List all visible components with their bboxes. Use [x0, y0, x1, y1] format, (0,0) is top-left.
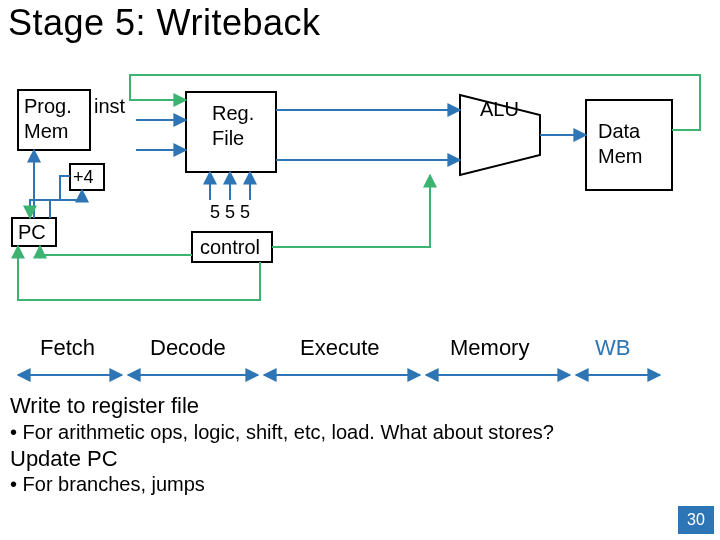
page-number: 30	[678, 506, 714, 534]
stage-memory: Memory	[450, 335, 529, 361]
prog-mem-label-2: Mem	[24, 120, 68, 142]
bullet-arith: • For arithmetic ops, logic, shift, etc,…	[10, 420, 710, 445]
reg-file-label-2: File	[212, 127, 244, 149]
inst-label: inst	[94, 95, 126, 117]
pc-label: PC	[18, 221, 46, 243]
reg-file-label-1: Reg.	[212, 102, 254, 124]
stage-execute: Execute	[300, 335, 380, 361]
heading-write-regfile: Write to register file	[10, 392, 710, 420]
stage-decode: Decode	[150, 335, 226, 361]
stage-wb: WB	[595, 335, 630, 361]
prog-mem-label-1: Prog.	[24, 95, 72, 117]
data-mem-label-1: Data	[598, 120, 641, 142]
data-mem-label-2: Mem	[598, 145, 642, 167]
plus4-label: +4	[73, 167, 94, 187]
bullet-branches: • For branches, jumps	[10, 472, 710, 497]
body-text: Write to register file • For arithmetic …	[10, 392, 710, 497]
bits-label: 5 5 5	[210, 202, 250, 222]
heading-update-pc: Update PC	[10, 445, 710, 473]
alu-label: ALU	[480, 98, 519, 120]
stage-fetch: Fetch	[40, 335, 95, 361]
control-label: control	[200, 236, 260, 258]
